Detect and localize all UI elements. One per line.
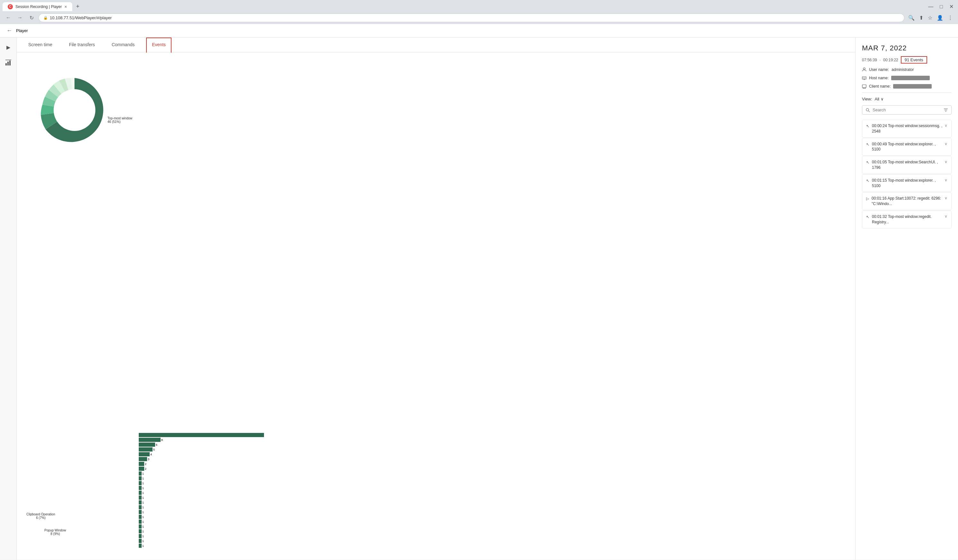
session-date: MAR 7, 2022 xyxy=(862,44,952,52)
back-button[interactable]: ← xyxy=(4,13,13,22)
cursor-icon: ↖ xyxy=(866,124,869,128)
tab-events[interactable]: Events xyxy=(146,38,171,53)
expand-icon[interactable]: ∨ xyxy=(945,196,947,200)
search-box xyxy=(862,105,952,115)
cursor-icon: ↖ xyxy=(866,160,869,165)
app-icon: ▷ xyxy=(866,196,869,201)
tab-screen-time[interactable]: Screen time xyxy=(23,38,57,52)
app-back-button[interactable]: ← xyxy=(6,27,12,34)
svg-rect-7 xyxy=(863,78,866,79)
browser-chrome: C Session Recording | Player × + — □ ✕ ←… xyxy=(0,0,958,24)
svg-rect-0 xyxy=(5,63,7,65)
bookmark-icon[interactable]: ☆ xyxy=(926,13,934,22)
session-meta: 07:56:39 · 00:19:22 91 Events xyxy=(862,56,952,63)
popup-chart-label: Popup Window 8 (9%) xyxy=(36,528,75,536)
list-item[interactable]: ↖ 00:01:05 Top-most window:SearchUI. , 1… xyxy=(862,156,952,174)
clipboard-chart-label: Clipboard Operation 6 (7%) xyxy=(20,513,62,520)
hostname-value xyxy=(891,76,930,80)
event-header: ↖ 00:00:49 Top-most window:explorer. , 5… xyxy=(866,142,947,152)
list-item[interactable]: ↖ 00:00:24 Top-most window:sessionmsg. ,… xyxy=(862,120,952,138)
event-header: ↖ 00:01:05 Top-most window:SearchUI. , 1… xyxy=(866,160,947,171)
expand-icon[interactable]: ∨ xyxy=(945,178,947,182)
event-header: ↖ 00:01:15 Top-most window:explorer. , 5… xyxy=(866,178,947,189)
view-select[interactable]: All ∨ xyxy=(875,96,884,101)
svg-point-14 xyxy=(866,109,869,111)
list-item[interactable]: ↖ 00:01:15 Top-most window:explorer. , 5… xyxy=(862,174,952,192)
username-value: administrator xyxy=(891,67,914,72)
bar-chart: 8 6 5 4 3 2 2 1 1 1 1 1 xyxy=(139,441,278,550)
expand-icon[interactable]: ∨ xyxy=(945,214,947,218)
event-list: ↖ 00:00:24 Top-most window:sessionmsg. ,… xyxy=(862,120,952,228)
client-icon xyxy=(862,84,866,89)
window-controls: — □ ✕ xyxy=(926,3,955,10)
app-title: Player xyxy=(16,28,28,33)
maximize-button[interactable]: □ xyxy=(938,3,945,10)
nav-actions: 🔍 ⬆ ☆ 👤 ⋮ xyxy=(907,13,954,22)
filter-icon[interactable] xyxy=(944,108,948,112)
clientname-row: Client name: xyxy=(862,84,952,89)
event-header: ↖ 00:01:32 Top-most window:regedit. Regi… xyxy=(866,214,947,225)
event-text: 00:01:15 Top-most window:explorer. , 510… xyxy=(872,178,945,189)
events-badge: 91 Events xyxy=(901,56,927,63)
tabs-bar: Screen time File transfers Commands Even… xyxy=(17,38,855,52)
expand-icon[interactable]: ∨ xyxy=(945,123,947,128)
share-icon[interactable]: ⬆ xyxy=(918,13,925,22)
close-window-button[interactable]: ✕ xyxy=(947,3,955,10)
event-text: 00:01:05 Top-most window:SearchUI. , 179… xyxy=(872,160,945,171)
svg-line-15 xyxy=(868,111,870,112)
session-time: 07:56:39 xyxy=(862,58,877,62)
expand-icon[interactable]: ∨ xyxy=(945,142,947,146)
search-icon xyxy=(866,108,870,112)
browser-tab[interactable]: C Session Recording | Player × xyxy=(3,2,72,11)
refresh-button[interactable]: ↻ xyxy=(27,13,36,22)
lock-icon: 🔒 xyxy=(43,16,48,20)
sidebar-item-chart[interactable] xyxy=(3,57,14,68)
tab-close-button[interactable]: × xyxy=(65,4,67,9)
event-header: ↖ 00:00:24 Top-most window:sessionmsg. ,… xyxy=(866,123,947,134)
forward-button[interactable]: → xyxy=(16,13,24,22)
svg-point-4 xyxy=(54,89,95,131)
list-item[interactable]: ▷ 00:01:16 App Start:10072: regedit: 629… xyxy=(862,192,952,210)
hostname-row: Host name: xyxy=(862,76,952,80)
list-item[interactable]: ↖ 00:01:32 Top-most window:regedit. Regi… xyxy=(862,210,952,228)
sidebar-item-play[interactable]: ▶ xyxy=(3,41,14,53)
cursor-icon: ↖ xyxy=(866,142,869,147)
minimize-button[interactable]: — xyxy=(926,3,935,10)
cursor-icon: ↖ xyxy=(866,215,869,219)
clientname-value xyxy=(893,84,932,89)
app-header: ← Player xyxy=(0,24,958,38)
search-input[interactable] xyxy=(872,108,941,112)
list-item[interactable]: ↖ 00:00:49 Top-most window:explorer. , 5… xyxy=(862,138,952,156)
hostname-label: Host name: xyxy=(869,76,889,80)
svg-point-5 xyxy=(863,68,865,70)
tab-favicon: C xyxy=(8,4,13,9)
session-duration: 00:19:22 xyxy=(883,58,898,62)
chevron-down-icon: ∨ xyxy=(880,96,884,101)
donut-chart xyxy=(23,59,126,168)
view-row: View: All ∨ xyxy=(862,96,952,101)
right-panel: MAR 7, 2022 07:56:39 · 00:19:22 91 Event… xyxy=(855,38,958,560)
browser-nav: ← → ↻ 🔒 10.108.77.51/WebPlayer/#/player … xyxy=(0,11,958,24)
event-text: 00:00:24 Top-most window:sessionmsg. , 2… xyxy=(872,123,945,134)
event-text: 00:01:16 App Start:10072: regedit: 6296:… xyxy=(872,196,945,207)
svg-rect-2 xyxy=(9,61,11,65)
address-bar[interactable]: 🔒 10.108.77.51/WebPlayer/#/player xyxy=(38,13,904,22)
session-duration-separator: · xyxy=(880,58,880,62)
url-text: 10.108.77.51/WebPlayer/#/player xyxy=(50,16,112,20)
new-tab-button[interactable]: + xyxy=(73,2,82,11)
account-icon[interactable]: 👤 xyxy=(936,13,945,22)
main-content: Screen time File transfers Commands Even… xyxy=(17,38,855,560)
event-text: 00:01:32 Top-most window:regedit. Regist… xyxy=(872,214,945,225)
tab-commands[interactable]: Commands xyxy=(106,38,140,52)
cursor-icon: ↖ xyxy=(866,179,869,183)
tab-file-transfers[interactable]: File transfers xyxy=(64,38,100,52)
top-window-chart-label: Top-most window 46 (51%) xyxy=(108,117,132,123)
view-value: All xyxy=(875,96,879,101)
expand-icon[interactable]: ∨ xyxy=(945,160,947,164)
zoom-icon[interactable]: 🔍 xyxy=(907,13,916,22)
menu-icon[interactable]: ⋮ xyxy=(947,13,954,22)
tab-title: Session Recording | Player xyxy=(16,5,62,9)
event-header: ▷ 00:01:16 App Start:10072: regedit: 629… xyxy=(866,196,947,207)
svg-rect-10 xyxy=(862,85,866,88)
username-row: User name: administrator xyxy=(862,67,952,72)
